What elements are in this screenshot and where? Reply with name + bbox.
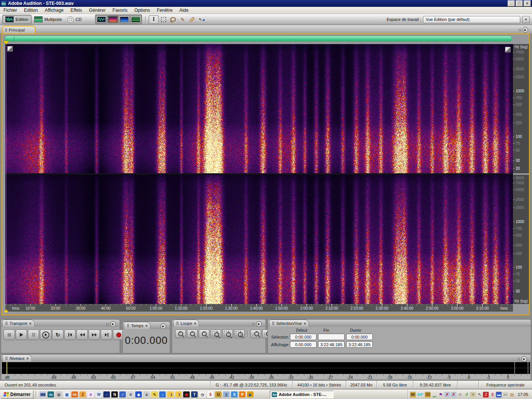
time-selection-tool-button[interactable]: I	[149, 15, 159, 24]
panel-menu[interactable]: ▶	[518, 27, 528, 33]
spectral-corner-button-left[interactable]	[7, 46, 13, 52]
zoom-out-full-button[interactable]: −	[199, 329, 209, 338]
frequency-ruler-top-channel[interactable]: Hz (log) 7000500030002000100070050030020…	[513, 44, 529, 173]
money-icon[interactable]: $	[489, 392, 495, 397]
levels-menu-button[interactable]: ▶	[521, 356, 527, 362]
time-ruler[interactable]: hms hms 10:0020:0030:0040:0050:001:00:00…	[5, 304, 513, 312]
display-icon[interactable]: ▬	[496, 392, 502, 397]
n-app-icon[interactable]: N	[111, 391, 118, 397]
zonealarm-icon[interactable]: Z	[483, 392, 489, 397]
maximize-button[interactable]: □	[516, 0, 523, 6]
playhead-marker-top[interactable]	[3, 41, 9, 44]
spectral-pan-display-button[interactable]	[119, 16, 130, 23]
spot-healing-brush-tool-button[interactable]	[187, 16, 197, 24]
zoom-to-selection-button[interactable]	[211, 329, 221, 338]
burst-icon[interactable]: ✳	[127, 391, 134, 397]
waveform-display-button[interactable]	[96, 16, 107, 23]
go-to-end-button[interactable]	[101, 329, 112, 340]
audition-icon[interactable]: Au	[48, 391, 54, 397]
close-button[interactable]: ×	[524, 0, 531, 6]
zoom-panel-tab[interactable]: Loupe ×	[173, 320, 199, 327]
view-duration-field[interactable]: 3:22:48.185	[346, 341, 373, 348]
menu-item-4[interactable]: Générer	[86, 8, 109, 13]
stop-button[interactable]	[3, 329, 15, 340]
selection-panel-tab[interactable]: Sélection/Vue ×	[269, 320, 309, 327]
minimize-button[interactable]: _	[508, 0, 515, 6]
current-time-display[interactable]: 0:00.000	[125, 335, 168, 346]
marquee-selection-tool-button[interactable]	[159, 16, 168, 24]
zoom-in-vertical-button[interactable]: ↕+	[250, 329, 261, 338]
transport-panel-menu[interactable]: ▶	[106, 321, 116, 327]
time-panel-menu[interactable]: ▶	[160, 323, 166, 329]
go-to-beginning-button[interactable]	[64, 329, 76, 340]
panel-menu-button[interactable]: ▶	[522, 27, 528, 33]
selection-end-field[interactable]	[318, 334, 345, 340]
network-offline-icon-2[interactable]: ✗	[451, 392, 456, 397]
mediaplayer-icon[interactable]: ▶	[247, 391, 253, 397]
show-desktop-icon[interactable]: ⌨	[40, 391, 46, 397]
ue-icon[interactable]: U	[215, 391, 222, 397]
selection-start-field[interactable]: 0:00.000	[290, 334, 317, 340]
levels-close-icon[interactable]: ×	[27, 356, 29, 361]
levels-panel-menu[interactable]: ▶	[517, 356, 527, 362]
pause-button[interactable]	[28, 329, 39, 340]
view-start-field[interactable]: 0:00.000	[290, 341, 317, 348]
menu-item-2[interactable]: Affichage	[41, 8, 67, 13]
scanner-icon[interactable]: ⌖	[470, 392, 476, 397]
rewind-button[interactable]	[76, 329, 88, 340]
playhead-cursor[interactable]	[6, 44, 6, 304]
wand-icon[interactable]: ∕	[119, 391, 126, 397]
zoom-out-horizontal-button[interactable]: −	[187, 329, 198, 338]
mouse-icon[interactable]: ▭	[502, 392, 508, 397]
spectral-corner-button-right[interactable]	[505, 47, 511, 52]
zoom-panel-menu[interactable]: ▶	[252, 321, 262, 327]
compass-icon[interactable]: ◷	[199, 391, 206, 397]
time-close-icon[interactable]: ×	[145, 324, 147, 328]
cd-view-button[interactable]: CD	[65, 15, 84, 24]
menu-item-0[interactable]: Fichier	[0, 8, 21, 13]
zoom-menu-button[interactable]: ▶	[256, 321, 262, 327]
effects-paintbrush-tool-button[interactable]: ✎	[178, 16, 187, 24]
sbp-icon[interactable]: S	[207, 391, 214, 397]
selection-duration-field[interactable]: 0:00.000	[346, 334, 373, 340]
eye-icon[interactable]: ◉	[183, 391, 190, 397]
scrub-tool-button[interactable]: ↖◀	[197, 16, 206, 24]
menu-item-1[interactable]: Edition	[21, 8, 41, 13]
zoom-in-left-edge-button[interactable]	[222, 329, 233, 338]
word-icon[interactable]: W	[95, 391, 102, 397]
sync-icon[interactable]: S	[231, 391, 238, 397]
zoom-close-icon[interactable]: ×	[194, 321, 196, 326]
onenote-icon[interactable]: n	[87, 391, 94, 397]
meter-00-icon[interactable]: 00	[425, 392, 431, 397]
spectrogram-right-channel[interactable]	[5, 175, 513, 304]
taskbar-clock[interactable]: 17:05	[515, 392, 531, 397]
tc-icon[interactable]: T	[191, 391, 198, 397]
planet-icon[interactable]: ♁	[103, 391, 110, 397]
transport-tab[interactable]: Transport ×	[2, 320, 35, 327]
moon-icon-2[interactable]: ☽	[175, 391, 182, 397]
letter-a-icon[interactable]: a	[143, 391, 150, 397]
levels-tab[interactable]: Niveaux ×	[2, 355, 32, 362]
play-looped-button[interactable]: ↻	[52, 329, 63, 340]
start-button[interactable]: Démarrer	[1, 390, 33, 399]
network-offline-icon-1[interactable]: ✗	[444, 392, 450, 397]
playhead-marker-bottom[interactable]	[3, 309, 9, 312]
folder-tray-icon[interactable]: ▤	[509, 392, 515, 397]
player-circle-icon[interactable]: ◉	[55, 391, 62, 397]
blocked-icon[interactable]: ⊘	[457, 392, 463, 397]
flag-icon[interactable]: ⚑	[438, 392, 443, 397]
spectrogram-left-channel[interactable]	[5, 44, 513, 173]
menu-item-3[interactable]: Effets	[67, 8, 86, 13]
view-end-field[interactable]: 3:22:48.185	[318, 341, 345, 348]
calculator-icon[interactable]: ▦	[63, 391, 70, 397]
diamond-doc-icon[interactable]: ◆	[135, 391, 142, 397]
transport-menu-button[interactable]: ▶	[110, 321, 116, 327]
pda-icon[interactable]: ▯	[223, 391, 230, 397]
lasso-selection-tool-button[interactable]	[168, 16, 178, 24]
globe-icon[interactable]: ♁	[159, 391, 166, 397]
spectral-display-button[interactable]	[108, 16, 118, 23]
menu-item-6[interactable]: Options	[131, 8, 153, 13]
menu-item-7[interactable]: Fenêtre	[154, 8, 176, 13]
minimized-strip-icon[interactable]: ▁	[431, 392, 437, 397]
tab-principal[interactable]: Principal	[2, 25, 36, 33]
